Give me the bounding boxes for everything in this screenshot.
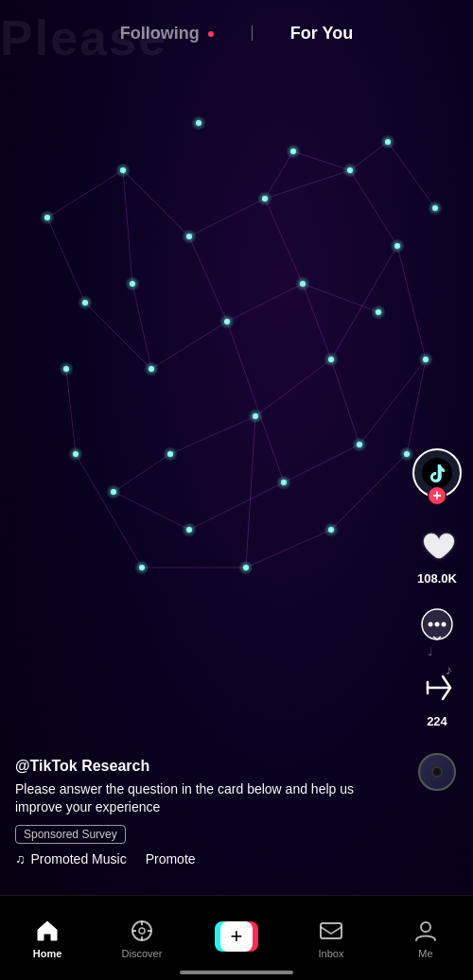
add-button[interactable]: +	[213, 919, 260, 954]
svg-point-3	[435, 622, 440, 627]
tab-home-label: Home	[33, 948, 62, 959]
for-you-tab[interactable]: For You	[281, 19, 362, 48]
svg-point-12	[421, 922, 430, 932]
video-info-panel: @TikTok Research Please answer the quest…	[0, 758, 397, 866]
add-button-inner: +	[215, 921, 258, 952]
nav-divider	[252, 26, 253, 41]
music-name[interactable]: Promoted Music	[31, 851, 127, 866]
music-note-2: ♩	[428, 645, 433, 658]
creator-username[interactable]: @TikTok Research	[15, 758, 382, 775]
tab-discover-label: Discover	[122, 948, 163, 959]
music-info-row: ♫ Promoted Music Promote	[15, 851, 382, 866]
tab-add[interactable]: +	[208, 919, 265, 954]
heart-icon	[414, 522, 460, 568]
discover-icon	[129, 918, 155, 944]
tab-home[interactable]: Home	[19, 918, 76, 959]
svg-point-2	[429, 622, 433, 627]
music-disc-button[interactable]	[418, 753, 456, 791]
like-button[interactable]: 108.0K	[414, 522, 460, 586]
tiktok-logo-icon	[422, 458, 452, 488]
share-count: 224	[427, 714, 447, 728]
live-dot-indicator	[208, 31, 214, 37]
add-button-white: +	[220, 921, 253, 952]
share-button[interactable]: 224	[414, 665, 460, 728]
comment-icon	[414, 603, 460, 648]
tab-inbox[interactable]: Inbox	[303, 918, 359, 959]
music-note-icon: ♫	[15, 851, 26, 866]
plus-icon: +	[231, 926, 243, 947]
svg-point-6	[139, 928, 145, 934]
home-indicator	[180, 971, 293, 974]
svg-point-4	[442, 622, 447, 627]
creator-avatar[interactable]: +	[412, 448, 462, 498]
svg-point-0	[422, 458, 452, 488]
top-navigation: Following For You	[0, 0, 473, 66]
right-action-panel: + 108.0K	[412, 448, 462, 791]
following-tab[interactable]: Following	[111, 19, 223, 48]
sponsored-badge: Sponsored Survey	[15, 825, 126, 844]
comment-button[interactable]	[414, 603, 460, 648]
tab-me-label: Me	[418, 948, 432, 959]
profile-icon	[412, 918, 439, 944]
svg-rect-11	[321, 923, 342, 938]
home-icon	[34, 918, 61, 944]
music-disc-center	[431, 766, 443, 778]
follow-plus-button[interactable]: +	[428, 486, 447, 505]
music-note-1: ♪	[446, 662, 452, 677]
music-promoted-label: Promote	[146, 851, 196, 866]
music-disc-icon	[418, 753, 456, 791]
bottom-navigation: Home Discover +	[0, 895, 473, 980]
share-icon	[414, 665, 460, 710]
tab-me[interactable]: Me	[397, 918, 454, 959]
inbox-icon	[318, 918, 344, 944]
video-description: Please answer the question in the card b…	[15, 780, 382, 817]
tab-inbox-label: Inbox	[319, 948, 344, 959]
like-count: 108.0K	[417, 571, 457, 586]
tab-discover[interactable]: Discover	[114, 918, 170, 959]
